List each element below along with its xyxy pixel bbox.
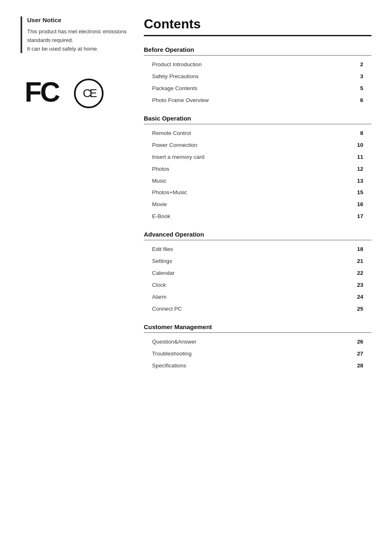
toc-item-page: 25 bbox=[351, 304, 363, 314]
toc-item-label: Clock bbox=[152, 281, 351, 290]
section-header-before-operation: Before Operation bbox=[144, 46, 371, 56]
toc-item: Music13 bbox=[144, 175, 371, 187]
toc-item: Connect PC25 bbox=[144, 303, 371, 315]
toc-item-label: Question&Answer bbox=[152, 337, 351, 347]
toc-item: Package Contents5 bbox=[144, 83, 371, 95]
toc-section-basic-operation: Basic OperationRemote Control8Power Conn… bbox=[144, 115, 371, 223]
toc-item: Specifications28 bbox=[144, 360, 371, 372]
toc-item-page: 26 bbox=[351, 337, 363, 347]
contents-title: Contents bbox=[144, 16, 371, 36]
section-header-customer-management: Customer Management bbox=[144, 323, 371, 333]
ce-logo: CE bbox=[82, 87, 96, 100]
toc-item: Question&Answer26 bbox=[144, 336, 371, 348]
toc-item-page: 28 bbox=[351, 361, 363, 371]
toc-item-label: Insert a memory card bbox=[152, 153, 351, 162]
toc-item-label: Product Introduction bbox=[152, 60, 351, 70]
svg-text:FC: FC bbox=[25, 78, 60, 104]
toc-item-label: Package Contents bbox=[152, 84, 351, 93]
toc-item: Remote Control8 bbox=[144, 128, 371, 139]
toc-item-label: Troubleshooting bbox=[152, 349, 351, 359]
toc-item-page: 5 bbox=[351, 84, 363, 93]
user-notice-title: User Notice bbox=[27, 16, 127, 23]
toc-item: Photos+Music15 bbox=[144, 187, 371, 199]
ce-logo-wrapper: CE bbox=[74, 79, 104, 108]
toc-item-label: Photo Frame Overview bbox=[152, 96, 351, 105]
toc-item-page: 3 bbox=[351, 72, 363, 81]
toc-item-page: 21 bbox=[351, 257, 363, 266]
fcc-logo: FC bbox=[25, 78, 66, 109]
section-header-advanced-operation: Advanced Operation bbox=[144, 231, 371, 240]
toc-item-label: Safety Precautions bbox=[152, 72, 351, 81]
toc-item-page: 24 bbox=[351, 293, 363, 302]
logos-section: FC CE bbox=[21, 78, 127, 109]
toc-item: Troubleshooting27 bbox=[144, 348, 371, 360]
toc-section-customer-management: Customer ManagementQuestion&Answer26Trou… bbox=[144, 323, 371, 372]
user-notice-box: User Notice This product has met electro… bbox=[21, 16, 127, 53]
toc-item-label: Music bbox=[152, 176, 351, 186]
toc-item: Photos12 bbox=[144, 163, 371, 175]
toc-item-page: 8 bbox=[351, 129, 363, 138]
toc-item-page: 10 bbox=[351, 141, 363, 150]
toc-item-page: 13 bbox=[351, 176, 363, 186]
toc-item: Power Connection10 bbox=[144, 139, 371, 151]
toc-item-label: Photos bbox=[152, 165, 351, 174]
toc-item: Clock23 bbox=[144, 279, 371, 291]
toc-item: Product Introduction2 bbox=[144, 59, 371, 71]
right-column: Contents Before OperationProduct Introdu… bbox=[144, 16, 371, 380]
toc-item-page: 15 bbox=[351, 188, 363, 197]
toc-item: Safety Precautions3 bbox=[144, 71, 371, 83]
toc-item: Insert a memory card11 bbox=[144, 151, 371, 163]
user-notice-text: This product has met electronic emission… bbox=[27, 28, 127, 53]
toc-item-label: Connect PC bbox=[152, 304, 351, 314]
toc-item-label: Calendar bbox=[152, 269, 351, 278]
toc-item-page: 22 bbox=[351, 269, 363, 278]
toc-item: Settings21 bbox=[144, 255, 371, 267]
toc-item-page: 2 bbox=[351, 60, 363, 70]
toc-item-label: Specifications bbox=[152, 361, 351, 371]
toc-item: E-Book17 bbox=[144, 211, 371, 223]
toc-item: Movie16 bbox=[144, 199, 371, 211]
toc-item-label: Alarm bbox=[152, 293, 351, 302]
toc-item-label: Remote Control bbox=[152, 129, 351, 138]
toc-item-page: 17 bbox=[351, 212, 363, 221]
toc-item-page: 27 bbox=[351, 349, 363, 359]
toc-item-label: Settings bbox=[152, 257, 351, 266]
toc-item-page: 6 bbox=[351, 96, 363, 105]
toc-item: Photo Frame Overview6 bbox=[144, 95, 371, 107]
section-header-basic-operation: Basic Operation bbox=[144, 115, 371, 124]
toc-item-label: Edit files bbox=[152, 245, 351, 254]
toc-item-page: 18 bbox=[351, 245, 363, 254]
toc-sections: Before OperationProduct Introduction2Saf… bbox=[144, 46, 371, 372]
toc-item: Calendar22 bbox=[144, 267, 371, 279]
toc-item-page: 16 bbox=[351, 200, 363, 209]
toc-item-page: 23 bbox=[351, 281, 363, 290]
toc-section-before-operation: Before OperationProduct Introduction2Saf… bbox=[144, 46, 371, 107]
left-column: User Notice This product has met electro… bbox=[21, 16, 127, 380]
toc-item: Alarm24 bbox=[144, 291, 371, 303]
page-layout: User Notice This product has met electro… bbox=[21, 16, 371, 380]
toc-section-advanced-operation: Advanced OperationEdit files18Settings21… bbox=[144, 231, 371, 315]
toc-item-label: Photos+Music bbox=[152, 188, 351, 197]
toc-item: Edit files18 bbox=[144, 244, 371, 255]
toc-item-page: 11 bbox=[351, 153, 363, 162]
toc-item-label: Power Connection bbox=[152, 141, 351, 150]
toc-item-label: Movie bbox=[152, 200, 351, 209]
toc-item-page: 12 bbox=[351, 165, 363, 174]
toc-item-label: E-Book bbox=[152, 212, 351, 221]
